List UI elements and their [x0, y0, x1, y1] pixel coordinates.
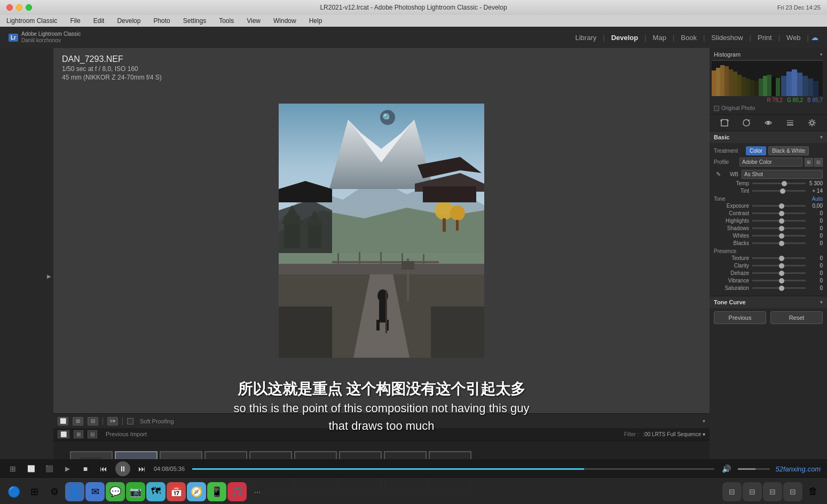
cloud-icon[interactable]: ☁ [811, 33, 818, 42]
dock-right-4[interactable]: ⊟ [783, 482, 802, 501]
histogram-collapse[interactable]: ▾ [820, 52, 823, 57]
video-out-btn[interactable]: ⬛ [43, 462, 56, 475]
filmstrip-view-btn3[interactable]: ⊟ [88, 430, 97, 438]
tone-curve-arrow[interactable]: ▾ [820, 300, 823, 305]
dock-trash[interactable]: 🗑 [804, 482, 823, 501]
video-frame-btn[interactable]: ⬜ [25, 462, 37, 475]
texture-slider[interactable] [752, 257, 806, 259]
dehaze-slider[interactable] [752, 272, 806, 274]
video-progress[interactable] [192, 468, 714, 470]
nav-print[interactable]: Print [753, 32, 776, 44]
dock-facetime[interactable]: 📷 [126, 482, 145, 501]
original-photo-checkbox[interactable] [714, 106, 719, 111]
menu-photo[interactable]: Photo [151, 17, 172, 25]
dock-safari[interactable]: 🧭 [187, 482, 206, 501]
menu-file[interactable]: File [68, 17, 82, 25]
contrast-slider[interactable] [752, 212, 806, 214]
basic-panel-header[interactable]: Basic ▾ [710, 131, 827, 143]
dock-messages[interactable]: 💬 [106, 482, 125, 501]
menu-develop[interactable]: Develop [115, 17, 143, 25]
color-btn[interactable]: Color [746, 146, 766, 155]
saturation-slider[interactable] [752, 287, 806, 289]
menu-tools[interactable]: Tools [217, 17, 236, 25]
redeye-tool[interactable] [762, 117, 774, 129]
toolbar-collapse-arrow[interactable]: ▾ [703, 418, 705, 424]
volume-icon[interactable]: 🔊 [720, 462, 733, 475]
dock-mail[interactable]: ✉ [85, 482, 105, 501]
whites-slider[interactable] [752, 235, 806, 237]
stop-btn[interactable]: ■ [79, 462, 92, 475]
video-loop-btn[interactable]: ⊞ [6, 462, 19, 475]
dock-calendar[interactable]: 📅 [167, 482, 186, 501]
dock-right-3[interactable]: ⊟ [763, 482, 782, 501]
vibrance-label: Vibrance [714, 278, 752, 284]
view-single-btn[interactable]: ⬜ [58, 417, 68, 426]
minimize-button[interactable] [16, 4, 22, 11]
soft-proof-checkbox[interactable] [127, 418, 133, 424]
next-frame-btn[interactable]: ⏭ [136, 462, 148, 475]
crop-tool[interactable] [719, 117, 730, 129]
exposure-row: Exposure 0,00 [714, 203, 823, 209]
tone-curve-header[interactable]: Tone Curve ▾ [710, 296, 827, 308]
profile-btn-1[interactable]: ⊞ [805, 158, 813, 167]
dock-whatsapp[interactable]: 📱 [207, 482, 226, 501]
menu-window[interactable]: Window [271, 17, 298, 25]
wb-select[interactable]: As Shot [742, 170, 823, 179]
close-button[interactable] [6, 4, 13, 11]
spot-removal-tool[interactable] [741, 117, 752, 129]
nav-library[interactable]: Library [571, 32, 601, 44]
play-pause-btn[interactable]: ⏸ [115, 461, 130, 476]
dock-more[interactable]: ··· [248, 482, 267, 501]
dock-music[interactable]: 🎵 [227, 482, 247, 501]
clarity-slider[interactable] [752, 265, 806, 266]
wb-eyedropper-icon[interactable]: ✎ [714, 170, 722, 179]
view-compare-btn[interactable]: ⊟ [88, 417, 98, 426]
previous-button[interactable]: Previous [714, 311, 766, 324]
nav-web[interactable]: Web [782, 32, 805, 44]
svg-rect-11 [443, 218, 446, 232]
temp-slider[interactable] [752, 183, 806, 184]
exposure-label: Exposure [714, 203, 752, 209]
dock-right-1[interactable]: ⊟ [722, 482, 742, 501]
blacks-slider[interactable] [752, 242, 806, 244]
tone-auto-btn[interactable]: Auto [812, 196, 823, 202]
nav-develop[interactable]: Develop [607, 32, 643, 44]
menu-app[interactable]: Lightroom Classic [4, 17, 59, 25]
prev-frame-btn[interactable]: ⏮ [97, 462, 110, 475]
dock-contacts[interactable]: 👤 [65, 482, 84, 501]
bw-btn[interactable]: Black & White [768, 146, 809, 155]
logo-line1: Adobe Lightroom Classic [21, 31, 81, 37]
vibrance-slider[interactable] [752, 280, 806, 281]
exposure-slider[interactable] [752, 205, 806, 207]
reset-button[interactable]: Reset [770, 311, 823, 324]
maximize-button[interactable] [26, 4, 32, 11]
video-in-btn[interactable]: ▶ [61, 462, 74, 475]
profile-btn-2[interactable]: ⊟ [814, 158, 823, 167]
menu-settings[interactable]: Settings [181, 17, 208, 25]
dock-settings[interactable]: ⚙ [45, 482, 64, 501]
menu-view[interactable]: View [245, 17, 263, 25]
shadows-slider[interactable] [752, 227, 806, 229]
highlights-slider[interactable] [752, 220, 806, 222]
dock-launchpad[interactable]: ⊞ [25, 482, 44, 501]
dock-finder[interactable]: 🔵 [4, 482, 23, 501]
filmstrip-view-btn1[interactable]: ⬜ [58, 430, 69, 438]
volume-slider[interactable] [738, 468, 770, 470]
filter-value[interactable]: :00 LRTS Full Sequence ▾ [643, 431, 705, 437]
left-panel-arrow[interactable]: ▶ [47, 273, 51, 279]
saturation-label: Saturation [714, 285, 752, 291]
dock-right-2[interactable]: ⊟ [743, 482, 762, 501]
nav-book[interactable]: Book [676, 32, 701, 44]
filmstrip-view-btn2[interactable]: ⊞ [74, 430, 83, 438]
basic-panel-arrow[interactable]: ▾ [820, 135, 823, 140]
nav-map[interactable]: Map [649, 32, 671, 44]
tint-slider[interactable] [752, 190, 806, 192]
view-options-btn[interactable]: ≡▾ [107, 417, 118, 426]
gradient-tool[interactable] [784, 117, 796, 129]
dock-maps[interactable]: 🗺 [146, 482, 166, 501]
menu-help[interactable]: Help [307, 17, 325, 25]
settings-tool[interactable] [806, 117, 818, 129]
view-grid-btn[interactable]: ⊞ [73, 417, 83, 426]
nav-slideshow[interactable]: Slideshow [707, 32, 747, 44]
menu-edit[interactable]: Edit [91, 17, 107, 25]
